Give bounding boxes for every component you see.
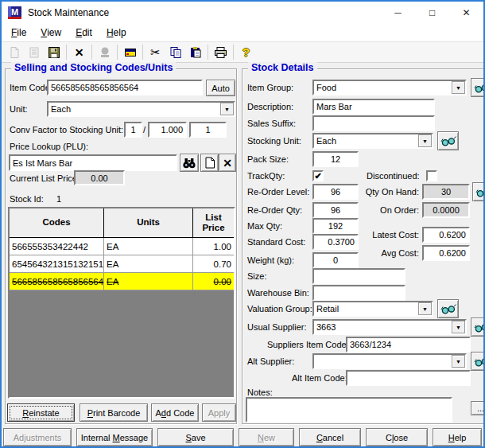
toolbar: ✕ ✂ ? bbox=[2, 41, 483, 63]
table-row-selected[interactable]: 566585658565856564 EA 0.00 bbox=[10, 273, 234, 290]
chevron-down-icon[interactable]: ▼ bbox=[220, 103, 234, 115]
internal-message-button[interactable]: Internal Message bbox=[76, 428, 153, 446]
print-icon[interactable] bbox=[211, 43, 231, 61]
weight-label: Weight (kg): bbox=[247, 255, 294, 265]
plu-find-button[interactable] bbox=[180, 154, 199, 172]
size-input[interactable] bbox=[312, 268, 405, 284]
plu-new-button[interactable] bbox=[200, 154, 219, 172]
name-badge-icon[interactable] bbox=[120, 43, 140, 61]
usual-supplier-lookup-button[interactable] bbox=[471, 317, 485, 337]
menu-edit[interactable]: Edit bbox=[68, 25, 99, 40]
paste-icon[interactable] bbox=[185, 43, 205, 61]
track-qty-checkbox[interactable]: ✔ bbox=[312, 170, 324, 181]
check-icon: ✔ bbox=[314, 172, 321, 181]
track-qty-label: TrackQty: bbox=[247, 171, 285, 181]
header-units[interactable]: Units bbox=[104, 208, 193, 237]
add-code-button[interactable]: Add Code bbox=[151, 403, 199, 422]
toolbar-separator bbox=[91, 45, 92, 60]
open-document-icon bbox=[24, 43, 44, 61]
codes-table[interactable]: Codes Units List Price 566555353422442 E… bbox=[8, 207, 235, 399]
delete-icon[interactable]: ✕ bbox=[69, 43, 89, 61]
description-input[interactable] bbox=[312, 99, 435, 115]
weight-input[interactable] bbox=[312, 252, 359, 268]
chevron-down-icon[interactable]: ▼ bbox=[452, 321, 465, 333]
reorder-level-label: Re-Order Level: bbox=[247, 187, 309, 197]
close-button[interactable]: ✕ bbox=[449, 2, 483, 24]
chevron-down-icon[interactable]: ▼ bbox=[418, 134, 432, 147]
valuation-group-lookup-button[interactable] bbox=[437, 299, 459, 318]
header-codes[interactable]: Codes bbox=[10, 208, 104, 237]
help-button[interactable]: Help bbox=[433, 428, 482, 446]
stocking-unit-lookup-button[interactable] bbox=[437, 131, 459, 150]
sales-suffix-input[interactable] bbox=[312, 115, 435, 131]
item-group-dropdown[interactable]: Food ▼ bbox=[312, 80, 467, 95]
alt-supplier-dropdown[interactable]: ▼ bbox=[312, 353, 467, 369]
standard-cost-label: Standard Cost: bbox=[247, 237, 305, 247]
selling-stocking-group: Selling and Stocking Codes/Units Item Co… bbox=[5, 68, 237, 424]
table-row[interactable]: 654564321315132151 EA 0.70 bbox=[10, 255, 234, 273]
conv-factor-input-3[interactable] bbox=[189, 122, 227, 138]
qty-on-hand-value bbox=[422, 184, 470, 200]
alt-supplier-label: Alt Supplier: bbox=[247, 356, 294, 366]
valuation-group-dropdown[interactable]: Retail ▼ bbox=[312, 301, 433, 317]
glasses-icon bbox=[474, 356, 485, 367]
minimize-icon: ─ bbox=[394, 7, 402, 18]
reinstate-button[interactable]: Reinstate bbox=[7, 403, 75, 422]
menu-bar: File View Edit Help bbox=[2, 24, 483, 41]
standard-cost-input[interactable] bbox=[312, 234, 359, 250]
menu-file[interactable]: File bbox=[4, 25, 33, 40]
help-icon[interactable]: ? bbox=[236, 43, 256, 61]
auto-button[interactable]: Auto bbox=[206, 80, 235, 96]
new-document-icon bbox=[4, 43, 24, 61]
alt-item-code-input[interactable] bbox=[346, 370, 471, 386]
usual-supplier-label: Usual Supplier: bbox=[247, 322, 307, 332]
ellipsis-icon: ... bbox=[477, 403, 484, 413]
save-button[interactable]: Save bbox=[157, 428, 234, 446]
notes-textarea[interactable] bbox=[246, 397, 452, 423]
alt-item-code-label: Alt Item Code: bbox=[292, 373, 347, 383]
stock-details-title: Stock Details bbox=[248, 62, 317, 73]
cancel-button[interactable]: Cancel bbox=[299, 428, 361, 446]
description-label: Description: bbox=[247, 102, 293, 111]
menu-help[interactable]: Help bbox=[99, 25, 134, 40]
maximize-button[interactable]: □ bbox=[415, 2, 449, 24]
minimize-button[interactable]: ─ bbox=[381, 2, 415, 24]
chevron-down-icon[interactable]: ▼ bbox=[452, 355, 465, 368]
plu-input[interactable] bbox=[9, 154, 177, 171]
header-list-price[interactable]: List Price bbox=[193, 208, 234, 237]
notes-more-button[interactable]: ... bbox=[471, 401, 485, 415]
warehouse-bin-label: Warehouse Bin: bbox=[247, 288, 309, 298]
conv-factor-label: Conv Factor to Stocking Unit: bbox=[10, 125, 123, 134]
item-code-input[interactable] bbox=[47, 80, 203, 95]
copy-icon[interactable] bbox=[165, 43, 185, 61]
unit-label: Unit: bbox=[10, 104, 28, 114]
plu-delete-button[interactable]: ✕ bbox=[219, 154, 236, 172]
pack-size-input[interactable] bbox=[312, 151, 359, 167]
sales-suffix-label: Sales Suffix: bbox=[247, 119, 296, 128]
avg-cost-input[interactable] bbox=[422, 245, 470, 261]
chevron-down-icon[interactable]: ▼ bbox=[452, 81, 465, 94]
window-title: Stock Maintenance bbox=[28, 7, 109, 18]
chevron-down-icon[interactable]: ▼ bbox=[418, 302, 432, 315]
current-list-price-label: Current List Price: bbox=[10, 173, 80, 183]
usual-supplier-dropdown[interactable]: 3663 ▼ bbox=[312, 319, 467, 335]
latest-cost-input[interactable] bbox=[422, 227, 470, 243]
binoculars-icon bbox=[182, 158, 196, 169]
close-action-button[interactable]: Close bbox=[366, 428, 428, 446]
menu-view[interactable]: View bbox=[33, 25, 68, 40]
plu-label: Price Lookup (PLU): bbox=[10, 142, 88, 151]
table-row[interactable]: 566555353422442 EA 1.00 bbox=[10, 238, 234, 255]
warehouse-bin-input[interactable] bbox=[312, 285, 405, 301]
suppliers-item-code-input[interactable] bbox=[346, 337, 471, 353]
conv-factor-input-2[interactable] bbox=[148, 122, 187, 138]
item-group-lookup-button[interactable] bbox=[471, 78, 485, 97]
save-icon[interactable] bbox=[44, 43, 64, 61]
stocking-unit-dropdown[interactable]: Each ▼ bbox=[312, 133, 433, 149]
unit-dropdown[interactable]: Each ▼ bbox=[47, 101, 235, 117]
conv-factor-input-1[interactable] bbox=[124, 122, 142, 138]
alt-supplier-lookup-button[interactable] bbox=[471, 352, 485, 371]
cut-icon[interactable]: ✂ bbox=[146, 43, 165, 61]
discontinued-checkbox[interactable] bbox=[426, 170, 437, 181]
print-barcode-button[interactable]: Print Barcode bbox=[80, 403, 148, 422]
qty-on-hand-lookup-button[interactable] bbox=[472, 182, 485, 201]
